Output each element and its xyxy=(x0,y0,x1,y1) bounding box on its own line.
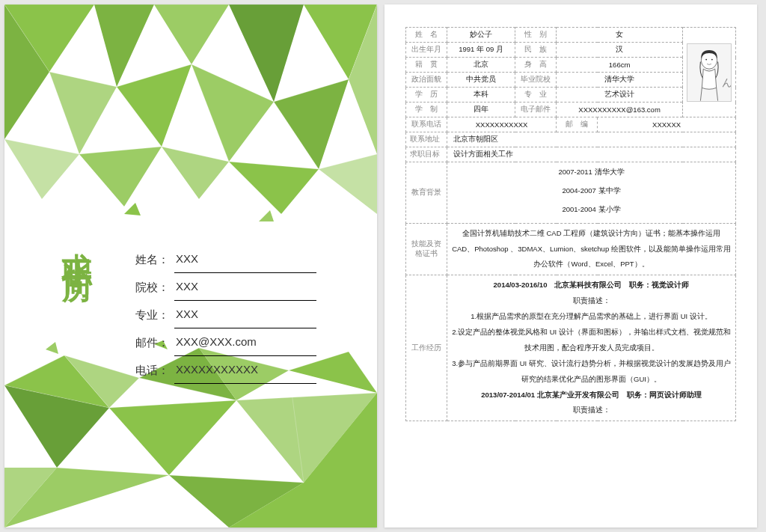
svg-marker-27 xyxy=(4,468,169,528)
svg-marker-11 xyxy=(4,139,79,199)
work-content: 2014/03-2016/10 北京某科技有限公司 职务：视觉设计师 职责描述：… xyxy=(447,275,736,421)
cover-label: 邮件： xyxy=(135,329,174,356)
svg-text:ん: ん xyxy=(722,77,731,88)
cover-label: 专业： xyxy=(135,302,174,328)
job1-bullet: 1.根据产品需求的原型在充分理解产品需求的基础上，进行界面 UI 设计。 xyxy=(451,309,732,325)
svg-marker-20 xyxy=(64,355,139,408)
edu-item: 2004-2007 某中学 xyxy=(451,183,732,199)
job1-bullet: 2.设定产品的整体视觉风格和 UI 设计（界面和图标），并输出样式文档、视觉规范… xyxy=(451,325,732,356)
value-school: 清华大学 xyxy=(557,73,683,88)
cover-value: XXXXXXXXXXX xyxy=(174,356,316,384)
education-content: 2007-2011 清华大学 2004-2007 某中学 2001-2004 某… xyxy=(447,162,736,224)
svg-marker-3 xyxy=(229,4,304,102)
svg-marker-15 xyxy=(319,154,377,214)
value-ethnic: 汉 xyxy=(557,43,683,58)
svg-marker-7 xyxy=(117,64,192,147)
resume-page: 姓 名 妙公子 性 别 女 ん xyxy=(384,4,757,528)
cover-label: 姓名： xyxy=(135,246,174,273)
value-degree: 本科 xyxy=(447,88,515,103)
label-phone: 联系电话 xyxy=(406,117,447,132)
cover-row-email: 邮件： XXX@XXX.com xyxy=(135,328,316,356)
job2-head: 2013/07-2014/01 北京某产业开发有限公司 职务：网页设计师助理 xyxy=(451,388,732,403)
svg-marker-28 xyxy=(169,475,304,528)
svg-marker-1 xyxy=(94,4,154,87)
label-politics: 政治面貌 xyxy=(406,73,447,88)
svg-marker-4 xyxy=(304,4,377,79)
svg-marker-10 xyxy=(349,4,377,154)
svg-marker-17 xyxy=(124,203,141,215)
cover-row-school: 院校： XXX xyxy=(135,273,316,301)
label-name: 姓 名 xyxy=(406,28,447,43)
cover-row-major: 专业： XXX xyxy=(135,301,316,328)
value-politics: 中共党员 xyxy=(447,73,515,88)
svg-marker-14 xyxy=(229,162,319,214)
edu-item: 2001-2004 某小学 xyxy=(451,202,732,218)
cover-value: XXX xyxy=(174,273,316,301)
svg-marker-25 xyxy=(109,400,236,475)
svg-marker-24 xyxy=(4,385,109,468)
svg-marker-13 xyxy=(162,147,229,199)
value-addr: 北京市朝阳区 xyxy=(447,132,736,147)
value-phone: XXXXXXXXXXX xyxy=(447,117,557,132)
job2-duty-label: 职责描述： xyxy=(451,403,732,418)
cover-value: XXX@XXX.com xyxy=(174,328,316,356)
label-school: 毕业院校 xyxy=(515,73,557,88)
value-origin: 北京 xyxy=(447,58,515,73)
resume-table: 姓 名 妙公子 性 别 女 ん xyxy=(405,27,736,421)
svg-marker-12 xyxy=(79,147,162,207)
svg-marker-9 xyxy=(274,79,349,169)
label-origin: 籍 贯 xyxy=(406,58,447,73)
label-degree: 学 历 xyxy=(406,88,447,103)
value-height: 166cm xyxy=(557,58,683,73)
svg-marker-8 xyxy=(192,64,274,162)
cover-row-name: 姓名： XXX xyxy=(135,245,316,273)
skills-content: 全国计算机辅助技术二维 CAD 工程师（建筑设计方向）证书；能基本操作运用 CA… xyxy=(447,223,736,275)
label-ethnic: 民 族 xyxy=(515,43,557,58)
photo-cell: ん xyxy=(683,28,736,117)
svg-marker-2 xyxy=(154,4,229,64)
label-height: 身 高 xyxy=(515,58,557,73)
label-post: 邮 编 xyxy=(557,117,598,132)
value-name: 妙公子 xyxy=(447,28,515,43)
label-birth: 出生年月 xyxy=(406,43,447,58)
job1-bullet: 3.参与产品前期界面 UI 研究、设计流行趋势分析，并根据视觉设计的发展趋势及用… xyxy=(451,356,732,388)
svg-marker-26 xyxy=(236,393,377,483)
svg-marker-19 xyxy=(4,355,109,408)
svg-marker-29 xyxy=(4,393,377,528)
value-objective: 设计方面相关工作 xyxy=(447,147,736,162)
svg-point-35 xyxy=(705,58,707,60)
value-years: 四年 xyxy=(447,103,515,117)
cover-title: 求职简历 xyxy=(57,229,98,259)
value-birth: 1991 年 09 月 xyxy=(447,43,515,58)
cover-label: 院校： xyxy=(135,274,174,301)
cover-fields: 姓名： XXX 院校： XXX 专业： XXX 邮件： XXX@XXX.com … xyxy=(135,245,316,384)
svg-marker-30 xyxy=(4,468,57,528)
value-gender: 女 xyxy=(557,28,683,43)
label-email: 电子邮件 xyxy=(515,103,557,117)
value-post: XXXXXX xyxy=(598,117,736,132)
label-objective: 求职目标 xyxy=(406,147,447,162)
svg-marker-32 xyxy=(46,342,58,354)
cover-value: XXX xyxy=(174,245,316,273)
svg-point-36 xyxy=(711,58,713,60)
cover-label: 电话： xyxy=(135,357,174,384)
avatar: ん xyxy=(687,43,732,102)
svg-marker-18 xyxy=(259,210,274,221)
svg-marker-0 xyxy=(4,4,94,72)
label-years: 学 制 xyxy=(406,103,447,117)
job1-head: 2014/03-2016/10 北京某科技有限公司 职务：视觉设计师 xyxy=(451,278,732,293)
edu-item: 2007-2011 清华大学 xyxy=(451,165,732,180)
value-major: 艺术设计 xyxy=(557,88,683,103)
polygon-art-top xyxy=(4,4,377,221)
label-skills: 技能及资 格证书 xyxy=(406,223,447,275)
cover-value: XXX xyxy=(174,301,316,328)
job1-duty-label: 职责描述： xyxy=(451,293,732,309)
label-major: 专 业 xyxy=(515,88,557,103)
label-education: 教育背景 xyxy=(406,162,447,224)
svg-marker-6 xyxy=(49,72,117,154)
cover-page: 求职简历 姓名： XXX 院校： XXX 专业： XXX 邮件： XXX@XXX… xyxy=(4,4,377,528)
label-addr: 联系地址 xyxy=(406,132,447,147)
label-gender: 性 别 xyxy=(515,28,557,43)
value-email: XXXXXXXXXX@163.com xyxy=(557,103,683,117)
cover-row-phone: 电话： XXXXXXXXXXX xyxy=(135,356,316,384)
